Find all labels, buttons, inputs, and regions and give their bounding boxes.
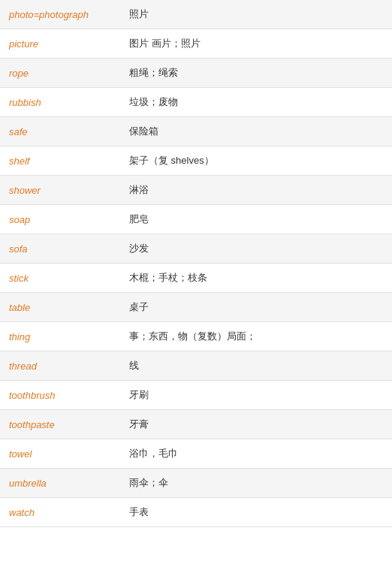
definition-cell: 粗绳；绳索 xyxy=(120,59,392,88)
term-cell: thing xyxy=(0,322,120,351)
definition-cell: 牙膏 xyxy=(120,410,392,439)
definition-cell: 雨伞；伞 xyxy=(120,469,392,498)
definition-cell: 木棍；手杖；枝条 xyxy=(120,264,392,293)
term-cell: towel xyxy=(0,439,120,469)
table-row: photo=photograph照片 xyxy=(0,0,392,29)
term-cell: picture xyxy=(0,29,120,59)
definition-cell: 桌子 xyxy=(120,293,392,322)
definition-cell: 事；东西，物（复数）局面； xyxy=(120,322,392,351)
table-row: safe保险箱 xyxy=(0,117,392,146)
table-row: picture图片 画片；照片 xyxy=(0,29,392,59)
term-cell: table xyxy=(0,293,120,322)
definition-cell: 架子（复 shelves） xyxy=(120,146,392,176)
table-row: table桌子 xyxy=(0,293,392,322)
definition-cell: 线 xyxy=(120,351,392,381)
term-cell: rope xyxy=(0,59,120,88)
definition-cell: 浴巾，毛巾 xyxy=(120,439,392,469)
term-cell: shower xyxy=(0,176,120,205)
term-cell: toothbrush xyxy=(0,381,120,410)
table-row: rubbish垃圾；废物 xyxy=(0,88,392,117)
table-row: shelf架子（复 shelves） xyxy=(0,146,392,176)
table-row: toothpaste牙膏 xyxy=(0,410,392,439)
definition-cell: 图片 画片；照片 xyxy=(120,29,392,59)
table-row: sofa沙发 xyxy=(0,234,392,264)
term-cell: soap xyxy=(0,205,120,234)
definition-cell: 垃圾；废物 xyxy=(120,88,392,117)
term-cell: stick xyxy=(0,264,120,293)
term-cell: umbrella xyxy=(0,469,120,498)
definition-cell: 牙刷 xyxy=(120,381,392,410)
table-row: shower淋浴 xyxy=(0,176,392,205)
term-cell: photo=photograph xyxy=(0,0,120,29)
term-cell: sofa xyxy=(0,234,120,264)
term-cell: watch xyxy=(0,498,120,527)
definition-cell: 手表 xyxy=(120,498,392,527)
definition-cell: 沙发 xyxy=(120,234,392,264)
term-cell: thread xyxy=(0,351,120,381)
term-cell: toothpaste xyxy=(0,410,120,439)
definition-cell: 照片 xyxy=(120,0,392,29)
table-row: thread线 xyxy=(0,351,392,381)
table-row: towel浴巾，毛巾 xyxy=(0,439,392,469)
term-cell: safe xyxy=(0,117,120,146)
table-row: toothbrush牙刷 xyxy=(0,381,392,410)
table-row: watch手表 xyxy=(0,498,392,527)
vocabulary-table: photo=photograph照片picture图片 画片；照片rope粗绳；… xyxy=(0,0,392,527)
table-row: thing事；东西，物（复数）局面； xyxy=(0,322,392,351)
definition-cell: 肥皂 xyxy=(120,205,392,234)
table-row: rope粗绳；绳索 xyxy=(0,59,392,88)
table-row: soap肥皂 xyxy=(0,205,392,234)
definition-cell: 淋浴 xyxy=(120,176,392,205)
term-cell: rubbish xyxy=(0,88,120,117)
definition-cell: 保险箱 xyxy=(120,117,392,146)
table-row: umbrella雨伞；伞 xyxy=(0,469,392,498)
table-row: stick木棍；手杖；枝条 xyxy=(0,264,392,293)
term-cell: shelf xyxy=(0,146,120,176)
